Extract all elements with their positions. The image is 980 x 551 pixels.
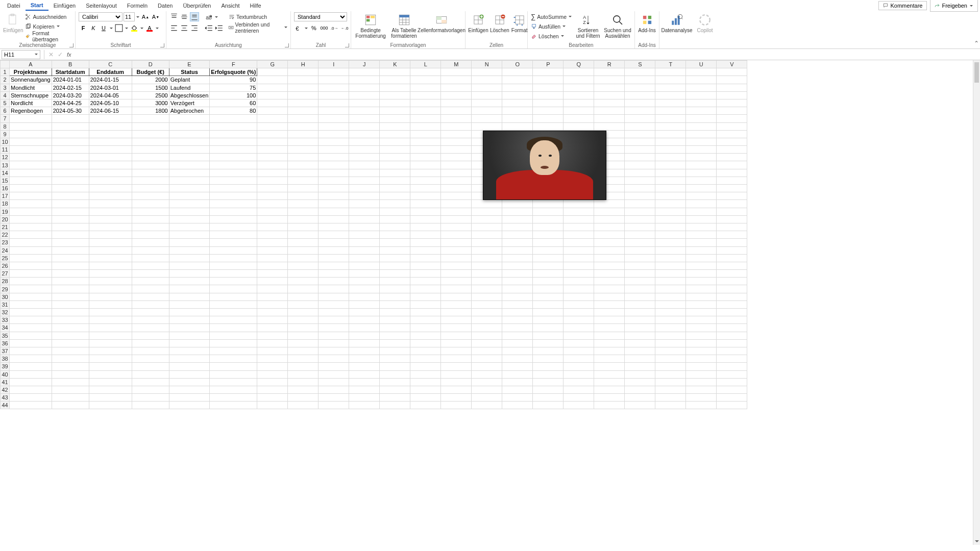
cell-E25[interactable]	[169, 254, 210, 262]
cell-I43[interactable]	[318, 394, 349, 402]
cell-I14[interactable]	[318, 169, 349, 177]
cell-P28[interactable]	[533, 278, 564, 285]
cell-K38[interactable]	[380, 355, 410, 363]
cell-B3[interactable]: 2024-02-15	[52, 84, 89, 91]
cell-S19[interactable]	[625, 208, 655, 215]
cell-K22[interactable]	[380, 231, 410, 239]
cell-L41[interactable]	[410, 378, 441, 386]
cell-R5[interactable]	[594, 99, 625, 107]
cell-M36[interactable]	[441, 339, 472, 347]
cell-M35[interactable]	[441, 332, 472, 339]
cell-V35[interactable]	[717, 332, 747, 339]
decrease-font-button[interactable]: A▼	[151, 12, 160, 21]
cell-P3[interactable]	[533, 84, 564, 91]
cell-C26[interactable]	[89, 262, 132, 269]
cell-B42[interactable]	[52, 386, 89, 393]
cell-F18[interactable]	[210, 200, 257, 208]
cell-Q36[interactable]	[564, 339, 594, 347]
chevron-down-icon[interactable]	[140, 23, 144, 33]
cell-V11[interactable]	[717, 146, 747, 154]
cell-M24[interactable]	[441, 246, 472, 254]
cell-R42[interactable]	[594, 386, 625, 393]
cell-J27[interactable]	[349, 270, 380, 278]
clipboard-dialog-icon[interactable]	[69, 43, 74, 47]
cell-V39[interactable]	[717, 363, 747, 370]
cell-D28[interactable]	[132, 278, 169, 285]
cell-G26[interactable]	[257, 262, 288, 269]
cell-M4[interactable]	[441, 91, 472, 99]
cell-T40[interactable]	[655, 370, 686, 378]
cell-C40[interactable]	[89, 370, 132, 378]
cell-B44[interactable]	[52, 402, 89, 409]
cell-K19[interactable]	[380, 208, 410, 215]
cell-C6[interactable]: 2024-06-15	[89, 107, 132, 115]
cell-P42[interactable]	[533, 386, 564, 393]
cell-L25[interactable]	[410, 254, 441, 262]
cell-F40[interactable]	[210, 370, 257, 378]
cell-G16[interactable]	[257, 185, 288, 192]
cell-A14[interactable]	[10, 169, 52, 177]
cell-B25[interactable]	[52, 254, 89, 262]
cell-A9[interactable]	[10, 130, 52, 138]
cell-K1[interactable]	[380, 68, 410, 76]
cell-V19[interactable]	[717, 208, 747, 215]
cell-E14[interactable]	[169, 169, 210, 177]
row-header-1[interactable]: 1	[1, 68, 10, 76]
row-header-12[interactable]: 12	[1, 154, 10, 161]
cell-V13[interactable]	[717, 161, 747, 169]
cell-L32[interactable]	[410, 309, 441, 316]
cell-B20[interactable]	[52, 215, 89, 223]
cell-P32[interactable]	[533, 309, 564, 316]
cell-F6[interactable]: 80	[210, 107, 257, 115]
cell-K10[interactable]	[380, 138, 410, 145]
cell-C27[interactable]	[89, 270, 132, 278]
col-header-S[interactable]: S	[625, 61, 655, 68]
cell-H29[interactable]	[288, 285, 318, 293]
col-header-K[interactable]: K	[380, 61, 410, 68]
col-header-R[interactable]: R	[594, 61, 625, 68]
cell-S13[interactable]	[625, 161, 655, 169]
cell-C30[interactable]	[89, 293, 132, 300]
row-header-32[interactable]: 32	[1, 309, 10, 316]
cell-T21[interactable]	[655, 223, 686, 231]
cell-D36[interactable]	[132, 339, 169, 347]
cell-P24[interactable]	[533, 246, 564, 254]
cell-K16[interactable]	[380, 185, 410, 192]
cell-E37[interactable]	[169, 347, 210, 355]
col-header-T[interactable]: T	[655, 61, 686, 68]
cell-N41[interactable]	[472, 378, 502, 386]
cell-L28[interactable]	[410, 278, 441, 285]
cell-P21[interactable]	[533, 223, 564, 231]
cell-U22[interactable]	[686, 231, 717, 239]
cell-J13[interactable]	[349, 161, 380, 169]
cell-N20[interactable]	[472, 215, 502, 223]
cell-L22[interactable]	[410, 231, 441, 239]
cell-P39[interactable]	[533, 363, 564, 370]
cell-N25[interactable]	[472, 254, 502, 262]
cell-A21[interactable]	[10, 223, 52, 231]
cell-R1[interactable]	[594, 68, 625, 76]
row-header-23[interactable]: 23	[1, 239, 10, 246]
cell-B10[interactable]	[52, 138, 89, 145]
cell-H18[interactable]	[288, 200, 318, 208]
italic-button[interactable]: K	[89, 23, 98, 33]
cell-I41[interactable]	[318, 378, 349, 386]
cell-I4[interactable]	[318, 91, 349, 99]
cell-U3[interactable]	[686, 84, 717, 91]
cell-A11[interactable]	[10, 146, 52, 154]
cell-Q35[interactable]	[564, 332, 594, 339]
cell-F35[interactable]	[210, 332, 257, 339]
chevron-down-icon[interactable]	[214, 12, 218, 21]
cell-T33[interactable]	[655, 316, 686, 324]
cell-J32[interactable]	[349, 309, 380, 316]
col-header-H[interactable]: H	[288, 61, 318, 68]
cell-C36[interactable]	[89, 339, 132, 347]
cell-S23[interactable]	[625, 239, 655, 246]
cell-S26[interactable]	[625, 262, 655, 269]
cell-T17[interactable]	[655, 192, 686, 200]
cell-G41[interactable]	[257, 378, 288, 386]
cell-B27[interactable]	[52, 270, 89, 278]
cell-N30[interactable]	[472, 293, 502, 300]
cell-A20[interactable]	[10, 215, 52, 223]
cell-U18[interactable]	[686, 200, 717, 208]
